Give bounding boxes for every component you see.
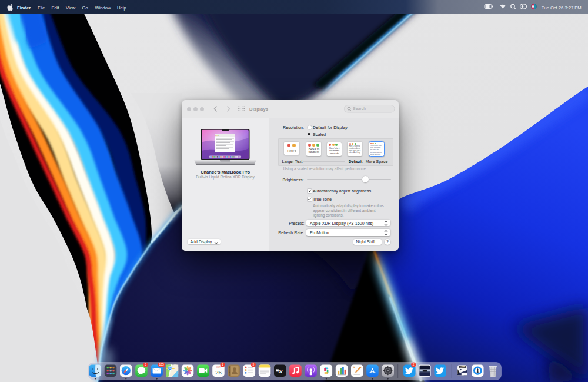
svg-text:Go: Go (82, 5, 88, 11)
svg-text:Tue Oct 26 3:27 PM: Tue Oct 26 3:27 PM (542, 5, 582, 11)
svg-text:Edit: Edit (52, 5, 60, 11)
svg-text:3: 3 (145, 363, 146, 366)
svg-text:Displays: Displays (249, 107, 269, 112)
svg-text:“: “ (353, 366, 355, 371)
svg-text:2: 2 (413, 363, 415, 366)
svg-text:3: 3 (253, 363, 255, 366)
svg-text:26: 26 (215, 369, 222, 376)
svg-text:Window: Window (95, 5, 112, 11)
svg-text:tv: tv (278, 368, 283, 374)
svg-text:105: 105 (159, 363, 165, 366)
svg-text:File: File (38, 5, 45, 11)
svg-text:OCT: OCT (216, 366, 220, 368)
svg-text:1: 1 (222, 363, 223, 366)
svg-text:Finder: Finder (17, 5, 31, 11)
svg-text:Help: Help (117, 5, 126, 11)
svg-text:View: View (66, 5, 76, 11)
svg-text:Search: Search (353, 107, 366, 111)
